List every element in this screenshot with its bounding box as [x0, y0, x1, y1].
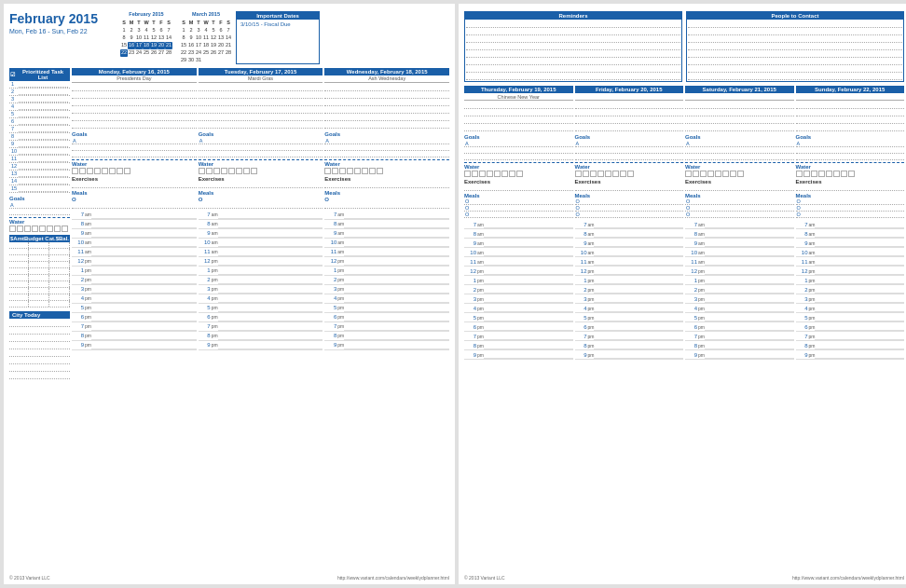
right-top-panels: Reminders People to Contact: [464, 11, 904, 82]
priority-task-header: ☑ Prioritized Task List: [9, 68, 70, 81]
priority-task-lines: 1 2 3 4 5 6 7 8 9 10 11 12 13 14 15: [9, 81, 70, 193]
water-box[interactable]: [9, 226, 16, 232]
city-today-lines: [9, 320, 70, 379]
saturday-goals: Goals A: [685, 134, 794, 160]
budget-line[interactable]: [9, 242, 70, 249]
day-col-thursday: Thursday, February 19, 2015 Chinese New …: [464, 86, 573, 360]
tuesday-exercise: Exercises: [199, 176, 323, 188]
day-header-sunday: Sunday, February 22, 2015: [796, 86, 905, 93]
important-dates-box: Important Dates 3/10/15 - Fiscal Due: [236, 11, 320, 64]
city-today-line[interactable]: [9, 372, 70, 379]
people-panel: People to Contact: [686, 11, 904, 82]
task-line[interactable]: 7: [9, 126, 70, 133]
budget-line[interactable]: [9, 255, 70, 262]
task-line[interactable]: 2: [9, 89, 70, 96]
task-line[interactable]: 11: [9, 156, 70, 163]
water-box[interactable]: [17, 226, 23, 232]
task-line[interactable]: 12: [9, 163, 70, 171]
friday-goals: Goals A: [575, 134, 684, 160]
task-line[interactable]: 10: [9, 148, 70, 156]
task-line[interactable]: 13: [9, 171, 70, 178]
priority-task-label: Prioritized Task List: [17, 69, 69, 80]
water-box[interactable]: [54, 226, 61, 232]
friday-time-slots: 7am 8am 9am 10am 11am 12pm 1pm 2pm 3pm 4…: [575, 220, 684, 360]
budget-line[interactable]: [9, 275, 70, 281]
goal-line[interactable]: A: [9, 202, 70, 209]
sunday-meals: Meals O O O: [796, 193, 905, 218]
mini-cal-feb: February 2015 SMTWTFS 1234567 8910111213…: [120, 11, 172, 64]
header-left: February 2015 Mon, Feb 16 - Sun, Feb 22 …: [9, 11, 449, 64]
important-date-item: 3/10/15 - Fiscal Due: [240, 21, 315, 27]
task-line[interactable]: 6: [9, 118, 70, 126]
city-today-line[interactable]: [9, 335, 70, 342]
day-header-friday: Friday, February 20, 2015: [575, 86, 684, 93]
budget-cat-label: Budget Cat.: [24, 236, 56, 241]
footer-right-url: http://www.variant.com/calendars/weeklyd…: [792, 575, 904, 581]
day-header-thursday: Thursday, February 19, 2015: [464, 86, 573, 93]
water-box[interactable]: [24, 226, 31, 232]
day-col-tuesday: Tuesday, February 17, 2015 Mardi Gras Go…: [199, 68, 323, 379]
city-today-line[interactable]: [9, 349, 70, 357]
wednesday-goals: Goals A: [324, 131, 449, 157]
monday-meals: Meals O: [72, 190, 197, 209]
sunday-goals: Goals A: [796, 134, 905, 160]
sunday-water: Water: [796, 162, 905, 177]
saturday-time-slots: 7am 8am 9am 10am 11am 12pm 1pm 2pm 3pm 4…: [685, 220, 794, 360]
budget-bal-label: $Bal.: [56, 236, 69, 241]
tuesday-lines: [199, 84, 323, 129]
budget-line[interactable]: [9, 249, 70, 255]
task-line[interactable]: 9: [9, 141, 70, 148]
task-line[interactable]: 4: [9, 103, 70, 111]
water-box[interactable]: [47, 226, 53, 232]
day-col-sunday: Sunday, February 22, 2015 Goals A Water: [796, 86, 905, 360]
task-line[interactable]: 1: [9, 81, 70, 89]
city-today-line[interactable]: [9, 364, 70, 372]
friday-water: Water: [575, 162, 684, 177]
wednesday-lines: [324, 84, 449, 129]
city-today-line[interactable]: [9, 320, 70, 327]
reminders-lines: [465, 20, 681, 81]
page-left: February 2015 Mon, Feb 16 - Sun, Feb 22 …: [4, 4, 455, 584]
day-special-wednesday: Ash Wednesday: [324, 75, 449, 83]
water-box[interactable]: [39, 226, 46, 232]
task-line[interactable]: 15: [9, 185, 70, 193]
friday-meals: Meals O O O: [575, 193, 684, 218]
thursday-water: Water: [464, 162, 573, 177]
day-special-monday: Presidents Day: [72, 75, 197, 83]
day-col-friday: Friday, February 20, 2015 Goals A Water: [575, 86, 684, 360]
budget-line[interactable]: [9, 301, 70, 308]
budget-line[interactable]: [9, 262, 70, 268]
saturday-water: Water: [685, 162, 794, 177]
monday-goals: Goals A: [72, 131, 197, 157]
budget-line[interactable]: [9, 294, 70, 301]
task-line[interactable]: 14: [9, 178, 70, 185]
task-line[interactable]: 3: [9, 96, 70, 103]
mini-cal-mar: March 2015 SMTWTFS 1234567 891011121314 …: [180, 11, 232, 64]
reminders-header: Reminders: [465, 12, 681, 20]
city-today-line[interactable]: [9, 357, 70, 364]
month-title: February 2015: [9, 11, 112, 26]
three-day-cols: Monday, February 16, 2015 Presidents Day…: [72, 68, 449, 379]
city-today-line[interactable]: [9, 327, 70, 335]
four-day-cols: Thursday, February 19, 2015 Chinese New …: [464, 86, 904, 360]
task-line[interactable]: 5: [9, 111, 70, 118]
mini-calendars: February 2015 SMTWTFS 1234567 8910111213…: [120, 11, 232, 64]
page-right: Reminders People to Contact: [459, 4, 906, 584]
tuesday-time-slots: 7am 8am 9am 10am 11am 12pm 1pm 2pm 3pm 4…: [199, 211, 323, 350]
saturday-meals: Meals O O O: [685, 193, 794, 218]
budget-panel: $Amt Budget Cat. $Bal.: [9, 235, 70, 308]
budget-line[interactable]: [9, 288, 70, 294]
day-col-wednesday: Wednesday, February 18, 2015 Ash Wednesd…: [324, 68, 449, 379]
goal-line[interactable]: [9, 209, 70, 215]
day-col-monday: Monday, February 16, 2015 Presidents Day…: [72, 68, 197, 379]
city-today-line[interactable]: [9, 342, 70, 349]
sunday-time-slots: 7am 8am 9am 10am 11am 12pm 1pm 2pm 3pm 4…: [796, 220, 905, 360]
budget-line[interactable]: [9, 281, 70, 288]
budget-line[interactable]: [9, 268, 70, 275]
task-line[interactable]: 8: [9, 133, 70, 141]
thursday-exercise: Exercises: [464, 179, 573, 191]
water-box[interactable]: [62, 226, 68, 232]
water-box[interactable]: [32, 226, 38, 232]
priority-water: Water: [9, 217, 70, 232]
thursday-meals: Meals O O O: [464, 193, 573, 218]
